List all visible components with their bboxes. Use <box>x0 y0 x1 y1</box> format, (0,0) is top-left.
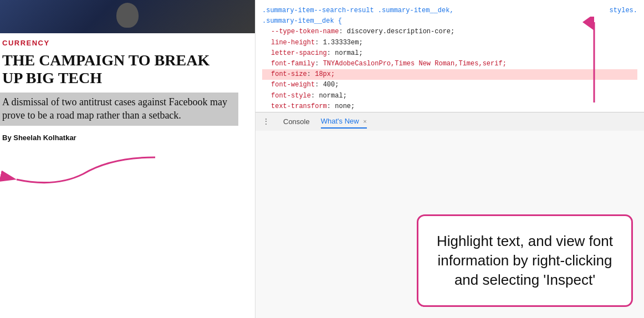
prop-value: normal; <box>319 92 346 100</box>
tab-whats-new[interactable]: What's New × <box>321 115 367 129</box>
prop-value: 400; <box>323 81 339 89</box>
prop-name: text-transform <box>271 102 327 110</box>
prop-value: 1.33333em; <box>323 39 363 47</box>
css-panel: styles. .summary-item--search-result .su… <box>255 0 644 112</box>
css-selector-line2: .summary-item__dek { <box>262 16 637 27</box>
prop-value: none; <box>335 102 355 110</box>
css-prop-fontweight: font-weight: 400; <box>262 80 637 90</box>
article-headline: THE CAMPAIGN TO BREAK UP BIG TECH <box>0 49 222 93</box>
byline-by: By <box>2 134 12 142</box>
prop-name: font-family <box>271 60 315 68</box>
devtools-panel: styles. .summary-item--search-result .su… <box>255 0 644 318</box>
prop-name: font-style <box>271 92 311 100</box>
css-prop-fontstyle: font-style: normal; <box>262 91 637 101</box>
styles-link[interactable]: styles. <box>610 6 637 16</box>
css-selector-line1: .summary-item--search-result .summary-it… <box>262 6 637 16</box>
prop-name: --type-token-name <box>271 28 339 35</box>
prop-value: discovery.description-core; <box>347 28 454 35</box>
tab-close-icon[interactable]: × <box>363 118 366 125</box>
tooltip-box: Highlight text, and view font informatio… <box>417 214 633 307</box>
css-prop-fontfamily: font-family: TNYAdobeCaslonPro,Times New… <box>262 59 637 69</box>
article-dek-wrapper: A dismissal of two antitrust cases again… <box>0 93 238 126</box>
prop-value: normal; <box>335 49 362 57</box>
css-prop-letterspacing: letter-spacing: normal; <box>262 48 637 59</box>
css-prop-lineheight: line-height: 1.33333em; <box>262 38 637 48</box>
tab-console[interactable]: Console <box>283 115 310 128</box>
prop-name: letter-spacing <box>271 49 327 57</box>
prop-value: TNYAdobeCaslonPro,Times New Roman,Times,… <box>323 60 507 68</box>
css-prop-texttransform: text-transform: none; <box>262 101 637 112</box>
article-panel: CURRENCY THE CAMPAIGN TO BREAK UP BIG TE… <box>0 0 255 318</box>
article-dek: A dismissal of two antitrust cases again… <box>2 96 227 121</box>
prop-name-fontsize: font-size <box>271 70 307 78</box>
devtools-tabs: ⋮ Console What's New × <box>255 112 644 131</box>
tooltip-text: Highlight text, and view font informatio… <box>435 232 615 290</box>
tab-dots: ⋮ <box>262 117 270 126</box>
article-byline: By Sheelah Kolhatkar <box>0 134 255 142</box>
tab-whats-new-label: What's New <box>321 117 359 125</box>
prop-name: line-height <box>271 39 315 47</box>
css-prop-fontsize: font-size: 18px; <box>262 69 637 80</box>
article-image <box>0 0 255 33</box>
css-prop-token: --type-token-name: discovery.description… <box>262 27 637 37</box>
left-arrow <box>0 152 161 196</box>
byline-name: Sheelah Kolhatkar <box>13 134 76 142</box>
category-label: CURRENCY <box>0 33 255 49</box>
prop-value-fontsize: 18px; <box>315 70 335 78</box>
prop-name: font-weight <box>271 81 315 89</box>
